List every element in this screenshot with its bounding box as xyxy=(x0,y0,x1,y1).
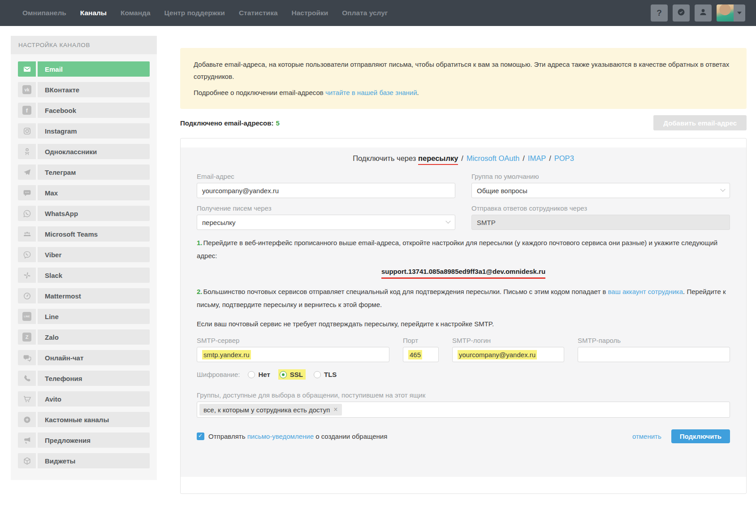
sidebar-item-телефония[interactable]: Телефония xyxy=(18,371,150,386)
smtp-password-input[interactable] xyxy=(578,347,730,362)
radio-unchecked-icon[interactable] xyxy=(314,371,321,378)
default-group-select[interactable]: Общие вопросы xyxy=(471,183,730,198)
sidebar-item-slack[interactable]: Slack xyxy=(18,268,150,283)
sidebar-item-label: Instagram xyxy=(38,123,150,138)
status-button[interactable] xyxy=(673,4,690,22)
smtp-grid: SMTP-сервер smtp.yandex.ru Порт 465 SMTP… xyxy=(197,337,730,362)
remove-tag-icon[interactable]: × xyxy=(333,406,337,414)
sidebar-item-max[interactable]: Max xyxy=(18,185,150,200)
notice-line2: Подробнее о подключении email-адресов чи… xyxy=(194,87,733,99)
radio-option-ssl[interactable]: SSL xyxy=(278,369,306,380)
account-menu[interactable] xyxy=(717,4,745,22)
nav-item-5[interactable]: Статистика xyxy=(239,9,278,17)
vk-icon: vk xyxy=(18,82,36,97)
smtp-port-input[interactable]: 465 xyxy=(403,347,439,362)
profile-button[interactable] xyxy=(695,4,712,22)
email-address-input[interactable]: yourcompany@yandex.ru xyxy=(197,183,455,198)
widgets-icon xyxy=(18,453,36,468)
staff-account-link[interactable]: ваш аккаунт сотрудника xyxy=(608,288,683,295)
instagram-icon xyxy=(18,123,36,138)
channels-sidebar: НАСТРОЙКА КАНАЛОВ EmailvkВКонтактеfFaceb… xyxy=(11,36,157,480)
sidebar-item-whatsapp[interactable]: WhatsApp xyxy=(18,206,150,221)
form-footer: Отправлять письмо-уведомление о создании… xyxy=(197,429,730,443)
connected-count-label: Подключено email-адресов: xyxy=(180,119,273,127)
tab-forwarding-active[interactable]: пересылку xyxy=(418,154,458,165)
sidebar-item-email[interactable]: Email xyxy=(18,61,150,77)
viber-icon xyxy=(18,247,36,262)
max-icon xyxy=(18,185,36,200)
step2-body-start: Большинство почтовых сервисов отправляет… xyxy=(203,288,608,295)
connected-row: Подключено email-адресов: 5 Добавить ema… xyxy=(180,115,747,130)
form-actions: отменить Подключить xyxy=(632,429,730,443)
sidebar-item-label: Line xyxy=(38,309,150,324)
notification-letter-link[interactable]: письмо-уведомление xyxy=(247,433,314,440)
whatsapp-icon xyxy=(18,206,36,221)
sidebar-item-онлайн-чат[interactable]: Онлайн-чат xyxy=(18,350,150,365)
sidebar-item-avito[interactable]: Avito xyxy=(18,391,150,407)
sidebar-item-label: ВКонтакте xyxy=(38,82,150,97)
email-connect-panel: Подключить через пересылку/Microsoft OAu… xyxy=(180,138,747,494)
connect-button[interactable]: Подключить xyxy=(671,429,730,443)
sidebar-item-zalo[interactable]: ZZalo xyxy=(18,329,150,345)
sidebar-item-facebook[interactable]: fFacebook xyxy=(18,103,150,118)
sidebar-item-microsoft-teams[interactable]: Microsoft Teams xyxy=(18,226,150,242)
sidebar-item-кастомные-каналы[interactable]: Кастомные каналы xyxy=(18,412,150,427)
groups-label: Группы, доступные для выбора в обращении… xyxy=(197,391,730,399)
radio-option-tls[interactable]: TLS xyxy=(314,371,337,378)
avatar xyxy=(717,4,734,22)
connect-tabs-prefix: Подключить через xyxy=(353,154,418,162)
add-email-button[interactable]: Добавить email-адрес xyxy=(653,115,747,130)
notification-checkbox-row[interactable]: Отправлять письмо-уведомление о создании… xyxy=(197,433,387,440)
radio-unchecked-icon[interactable] xyxy=(248,371,255,378)
encryption-options: НетSSLTLS xyxy=(248,369,337,380)
sidebar-item-label: Email xyxy=(38,61,150,77)
sidebar-item-одноклассники[interactable]: Одноклассники xyxy=(18,144,150,159)
sidebar-item-line[interactable]: LINELine xyxy=(18,309,150,324)
nav-item-3[interactable]: Команда xyxy=(121,9,150,17)
checkbox-checked-icon[interactable] xyxy=(197,433,204,440)
send-via-field-group: Отправка ответов сотрудников через SMTP xyxy=(471,204,730,230)
sidebar-item-label: Microsoft Teams xyxy=(38,226,150,242)
cancel-link[interactable]: отменить xyxy=(632,433,661,440)
sidebar-item-mattermost[interactable]: Mattermost xyxy=(18,288,150,303)
connected-count-value: 5 xyxy=(276,119,279,127)
smtp-password-field-group: SMTP-пароль xyxy=(578,337,730,362)
encryption-row: Шифрование: НетSSLTLS xyxy=(197,369,730,380)
sidebar-item-instagram[interactable]: Instagram xyxy=(18,123,150,138)
sidebar-item-вконтакте[interactable]: vkВКонтакте xyxy=(18,82,150,97)
receive-via-value: пересылку xyxy=(202,219,235,226)
smtp-server-value: smtp.yandex.ru xyxy=(202,350,251,359)
megaphone-icon xyxy=(18,433,36,448)
help-button[interactable]: ? xyxy=(651,4,668,22)
sidebar-item-предложения[interactable]: Предложения xyxy=(18,433,150,448)
nav-item-4[interactable]: Центр поддержки xyxy=(164,9,225,17)
radio-checked-icon[interactable] xyxy=(280,371,287,378)
teams-icon xyxy=(18,226,36,242)
tab-pop3[interactable]: POP3 xyxy=(554,154,574,162)
sidebar-item-телеграм[interactable]: Телеграм xyxy=(18,164,150,180)
info-notice: Добавьте email-адреса, на которые пользо… xyxy=(180,48,747,109)
nav-item-6[interactable]: Настройки xyxy=(292,9,328,17)
sidebar-item-виджеты[interactable]: Виджеты xyxy=(18,453,150,468)
tab-imap[interactable]: IMAP xyxy=(528,154,546,162)
notification-suffix: о создании обращения xyxy=(314,433,387,440)
groups-input[interactable]: все, к которым у сотрудника есть доступ … xyxy=(197,402,730,418)
nav-item-7[interactable]: Оплата услуг xyxy=(342,9,388,17)
smtp-server-input[interactable]: smtp.yandex.ru xyxy=(197,347,389,362)
sidebar-item-viber[interactable]: Viber xyxy=(18,247,150,262)
sidebar-item-label: Viber xyxy=(38,247,150,262)
navbar-right-group: ? xyxy=(651,4,745,22)
step1-number: 1. xyxy=(197,239,203,247)
plus-circle-icon xyxy=(18,412,36,427)
smtp-port-value: 465 xyxy=(408,350,422,359)
radio-option-нет[interactable]: Нет xyxy=(248,371,270,378)
nav-item-2[interactable]: Каналы xyxy=(80,9,107,17)
smtp-port-label: Порт xyxy=(403,337,439,344)
step2-number: 2. xyxy=(197,288,203,295)
tab-microsoft-oauth[interactable]: Microsoft OAuth xyxy=(467,154,519,162)
knowledge-base-link[interactable]: читайте в нашей базе знаний xyxy=(325,89,417,96)
nav-item-1[interactable]: Омнипанель xyxy=(22,9,66,17)
telegram-icon xyxy=(18,164,36,180)
smtp-login-input[interactable]: yourcompany@yandex.ru xyxy=(452,347,564,362)
receive-via-select[interactable]: пересылку xyxy=(197,215,455,230)
